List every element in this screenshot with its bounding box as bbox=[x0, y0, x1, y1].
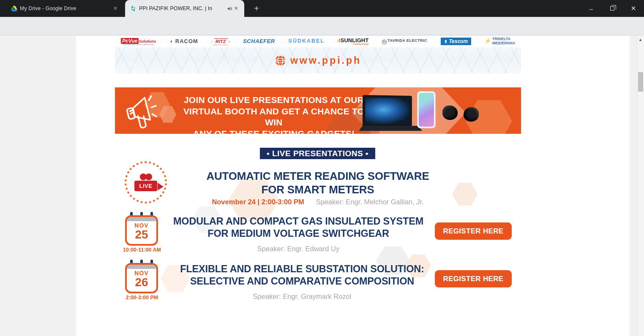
promo-text: JOIN OUR LIVE PRESENTATIONS AT OUR VIRTU… bbox=[178, 95, 369, 134]
new-tab-button[interactable]: + bbox=[251, 3, 262, 14]
presentation-speaker: Speaker: Engr. Melchor Gallian, Jr. bbox=[316, 198, 424, 206]
scrollbar-up-arrow[interactable]: ▲ bbox=[639, 38, 642, 42]
sponsor-banner: PcVueSolutions Your Independent Global S… bbox=[115, 35, 521, 73]
smartphone-icon bbox=[417, 91, 436, 128]
tab-strip: My Drive - Google Drive × PPI PAZIFIK PO… bbox=[0, 0, 644, 17]
window-restore-button[interactable] bbox=[602, 0, 623, 17]
globe-icon bbox=[275, 55, 286, 66]
presentation-speaker: Speaker: Engr. Graymark Rozol bbox=[165, 293, 439, 301]
calendar-icon-nov-26: NOV 26 bbox=[125, 260, 159, 293]
earbud-icon bbox=[442, 106, 458, 120]
scrollbar-thumb[interactable] bbox=[638, 72, 643, 92]
tab-title: PPI PAZIFIK POWER, INC. | In bbox=[139, 5, 224, 11]
sponsor-logo-schaefer: SCHAEFER bbox=[243, 38, 275, 44]
laptop-base bbox=[359, 126, 422, 131]
webpage-viewport: PcVueSolutions Your Independent Global S… bbox=[0, 36, 644, 336]
tab-ppi-pazifik[interactable]: PPI PAZIFIK POWER, INC. | In × bbox=[125, 0, 244, 17]
video-camera-icon: LIVE bbox=[134, 173, 157, 191]
presentation-title: MODULAR AND COMPACT GAS INSULATED SYSTEM… bbox=[161, 215, 436, 239]
window-close-button[interactable]: ✕ bbox=[623, 0, 644, 17]
restore-icon bbox=[610, 6, 614, 11]
live-badge-icon: LIVE bbox=[125, 161, 167, 203]
sponsor-logo-pcvue: PcVueSolutions Your Independent Global S… bbox=[121, 37, 156, 46]
website-url-text: www.ppi.ph bbox=[290, 55, 361, 66]
page-right-margin bbox=[630, 36, 637, 336]
gadget-prizes bbox=[363, 90, 490, 131]
register-button[interactable]: REGISTER HERE bbox=[435, 270, 512, 287]
tab-close-icon[interactable]: × bbox=[112, 5, 119, 12]
tescom-mark-icon: ⬆ bbox=[444, 39, 448, 44]
presentation-title: FLEXIBLE AND RELIABLE SUBSTATION SOLUTIO… bbox=[165, 263, 439, 287]
eventhub-favicon-icon bbox=[130, 5, 136, 12]
page-left-margin bbox=[0, 36, 76, 336]
promo-banner: JOIN OUR LIVE PRESENTATIONS AT OUR VIRTU… bbox=[115, 87, 521, 134]
presentation-meta: November 24 | 2:00-3:00 PM Speaker: Engr… bbox=[157, 198, 478, 206]
earbud-icon bbox=[464, 107, 479, 122]
sponsor-logo-sunlight: ⁄ιSUNLIGHTcreating energy bbox=[338, 38, 368, 46]
sponsor-logos-row: PcVueSolutions Your Independent Global S… bbox=[115, 35, 521, 47]
sponsor-logo-sudkabel: SÜDKABEL bbox=[289, 38, 325, 44]
tab-title: My Drive - Google Drive bbox=[20, 5, 109, 11]
page-scrollbar[interactable]: ▲ bbox=[637, 36, 644, 336]
megaphone-icon bbox=[121, 90, 166, 132]
browser-toolbar: ← → ↻ eventhub.shop/2020-iiee-virtual-an… bbox=[0, 17, 644, 35]
register-button[interactable]: REGISTER HERE bbox=[435, 222, 512, 240]
window-minimize-button[interactable]: – bbox=[581, 0, 602, 17]
presentation-title: AUTOMATIC METER READING SOFTWARE FOR SMA… bbox=[199, 170, 436, 196]
sponsor-logo-racom: ◖ RACOM bbox=[169, 38, 198, 44]
presentation-time: 2:00-3:00 PM bbox=[117, 295, 167, 301]
sponsor-logo-ritz: RITZ bbox=[212, 38, 229, 45]
sponsor-logo-tridelta: ⚡TRIDELTAMEIDENSHA bbox=[485, 37, 515, 46]
tab-google-drive[interactable]: My Drive - Google Drive × bbox=[6, 0, 123, 17]
calendar-icon-nov-25: NOV 25 bbox=[125, 212, 159, 246]
sponsor-logo-tavrida: TATAVRIDA ELECTRIC bbox=[382, 39, 427, 44]
tab-close-icon[interactable]: × bbox=[232, 5, 240, 12]
presentation-datetime: November 24 | 2:00-3:00 PM bbox=[212, 198, 304, 206]
presentation-time: 10:00-11:00 AM bbox=[117, 247, 167, 253]
presentation-speaker: Speaker: Engr. Edward Uy bbox=[161, 245, 436, 253]
website-row: www.ppi.ph bbox=[115, 55, 521, 66]
tavrida-mark-icon: TA bbox=[382, 40, 387, 44]
section-heading: • LIVE PRESENTATIONS • bbox=[260, 148, 375, 159]
sponsor-logo-tescom: ⬆Tescom bbox=[441, 38, 471, 46]
racom-mark-icon: ◖ bbox=[169, 38, 173, 44]
laptop-icon bbox=[363, 95, 412, 127]
tridelta-mark-icon: ⚡ bbox=[485, 38, 491, 44]
tab-audio-icon[interactable] bbox=[227, 6, 232, 11]
google-drive-icon bbox=[11, 5, 17, 11]
